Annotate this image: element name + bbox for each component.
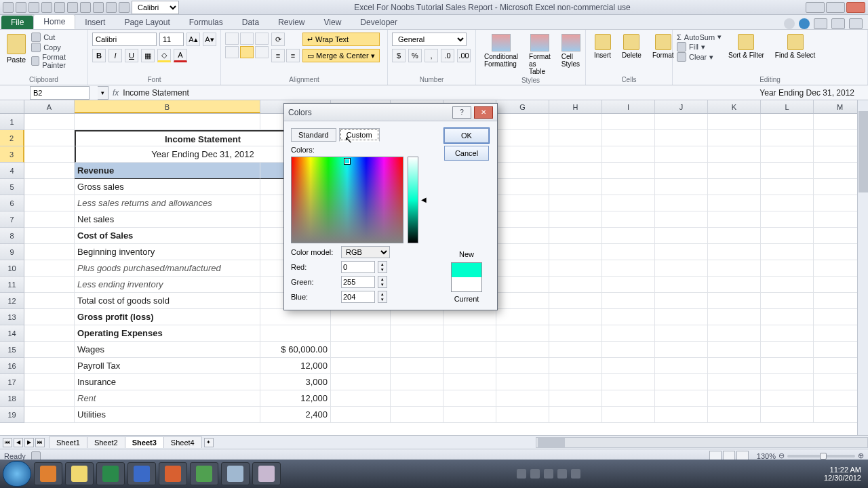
qat-icon[interactable] [93,2,104,13]
cell[interactable] [602,325,655,342]
cell[interactable] [496,293,549,309]
cell[interactable]: Utilities [75,407,260,423]
doc-close-icon[interactable] [849,18,863,29]
cell[interactable]: Operating Expenses [75,325,260,342]
cell[interactable] [602,342,655,358]
font-size-select[interactable] [159,33,184,46]
grow-font-button[interactable]: A▴ [186,33,200,46]
dialog-help-button[interactable]: ? [452,106,471,119]
cell[interactable] [761,390,814,407]
cell[interactable] [602,277,655,293]
sheet-nav-last[interactable]: ⏭ [35,438,45,447]
cell[interactable] [443,374,496,390]
tab-insert[interactable]: Insert [75,16,115,29]
cell[interactable] [24,130,75,146]
decrease-indent-button[interactable]: ≡ [271,49,285,62]
cell[interactable] [761,342,814,358]
cell[interactable] [761,309,814,325]
increase-indent-button[interactable]: ≡ [286,49,300,62]
green-input[interactable] [341,276,375,288]
cell[interactable] [708,293,761,309]
cell[interactable] [708,228,761,244]
font-select[interactable] [92,33,157,46]
number-format-select[interactable]: General [392,33,467,46]
tab-home[interactable]: Home [33,14,75,29]
cell[interactable] [391,374,443,390]
cell[interactable] [602,195,655,211]
cell[interactable] [496,244,549,260]
cell[interactable] [331,325,391,342]
cell[interactable] [708,146,761,163]
ok-button[interactable]: OK [444,128,489,143]
cell[interactable] [549,244,602,260]
cell[interactable] [602,374,655,390]
new-sheet-button[interactable]: ✦ [204,438,214,447]
cell[interactable] [549,390,602,407]
close-button[interactable] [846,2,865,13]
cell[interactable] [549,325,602,342]
merge-center-button[interactable]: ▭Merge & Center▾ [302,49,380,62]
cell[interactable] [761,211,814,228]
cell[interactable]: 2,400 [260,407,331,423]
cell[interactable]: Less sales returns and allowances [75,195,260,211]
cell[interactable] [496,407,549,423]
cell[interactable] [761,195,814,211]
increase-decimal-button[interactable]: .0 [441,49,454,62]
cell[interactable] [24,260,75,277]
cell[interactable] [549,374,602,390]
cell[interactable] [260,309,331,325]
autosum-button[interactable]: ΣAutoSum ▾ [677,33,722,41]
cell[interactable] [24,374,75,390]
cell[interactable] [496,146,549,163]
cell[interactable] [655,195,708,211]
cell[interactable]: Net sales [75,211,260,228]
cell[interactable]: Gross sales [75,179,260,195]
sort-filter-button[interactable]: Sort & Filter [724,33,768,60]
cell[interactable] [602,211,655,228]
red-spinner[interactable]: ▴▾ [378,261,387,273]
cell[interactable] [331,309,391,325]
cell[interactable] [655,293,708,309]
cell[interactable] [496,211,549,228]
cell[interactable] [549,211,602,228]
cell[interactable] [549,228,602,244]
cell[interactable] [391,358,443,374]
cell-styles-button[interactable]: Cell Styles [557,33,585,69]
align-bottom-button[interactable] [255,33,269,45]
row-header[interactable]: 5 [0,179,24,195]
file-tab[interactable]: File [1,16,33,29]
cell[interactable]: Revenue [75,163,260,179]
firefox-taskbar-icon[interactable] [34,462,62,485]
green-spinner[interactable]: ▴▾ [378,276,387,288]
cell[interactable] [331,358,391,374]
save-icon[interactable] [16,2,26,13]
row-header[interactable]: 15 [0,342,24,358]
cell[interactable] [496,309,549,325]
cell[interactable] [602,228,655,244]
row-header[interactable]: 10 [0,260,24,277]
cell[interactable] [391,390,443,407]
cell[interactable] [24,325,75,342]
align-center-button[interactable] [240,46,254,58]
cell[interactable] [708,342,761,358]
cell[interactable] [549,358,602,374]
cell[interactable] [655,390,708,407]
formula-text[interactable]: Income Statement [123,88,760,98]
doc-restore-icon[interactable] [831,18,845,29]
tray-icon[interactable] [571,469,580,479]
row-header[interactable]: 6 [0,195,24,211]
align-top-button[interactable] [225,33,239,45]
cell[interactable] [331,374,391,390]
col-header-b[interactable]: B [75,100,260,113]
row-header[interactable]: 1 [0,114,24,130]
tab-data[interactable]: Data [233,16,269,29]
cell[interactable]: 3,000 [260,374,331,390]
cell[interactable] [602,407,655,423]
cell[interactable] [443,309,496,325]
cell[interactable] [24,195,75,211]
col-header-l[interactable]: L [761,100,814,113]
cell[interactable] [24,293,75,309]
undo-icon[interactable] [28,2,39,13]
row-header[interactable]: 4 [0,163,24,179]
minimize-button[interactable] [806,2,825,13]
